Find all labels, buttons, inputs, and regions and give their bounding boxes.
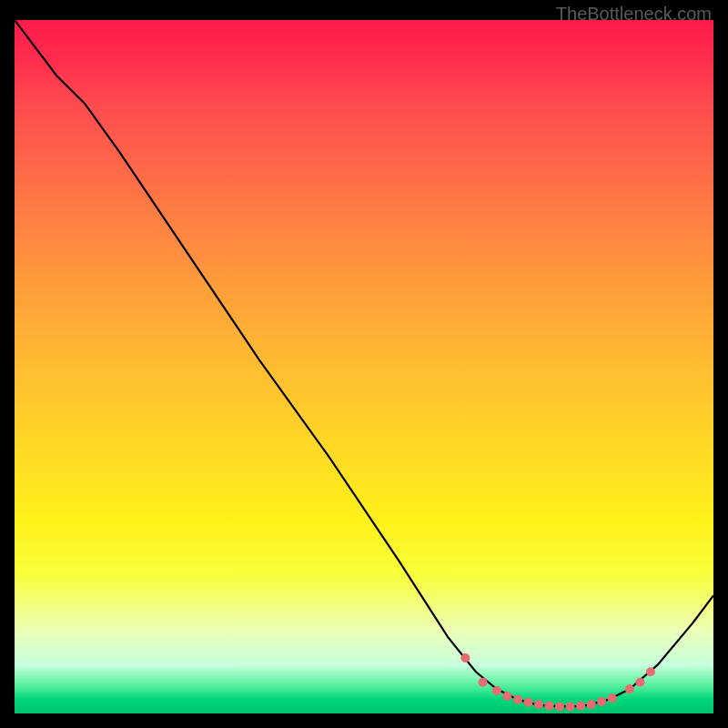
valley-marker-dot xyxy=(545,702,554,711)
valley-marker-dot xyxy=(576,702,585,711)
valley-marker-dot xyxy=(534,700,543,709)
chart-svg xyxy=(15,20,713,713)
valley-marker-dot xyxy=(597,697,606,706)
valley-marker-dot xyxy=(513,695,522,704)
valley-marker-dot xyxy=(479,678,488,687)
watermark-text: TheBottleneck.com xyxy=(556,4,712,25)
valley-marker-dot xyxy=(524,698,533,707)
valley-marker-dot xyxy=(625,684,634,693)
valley-marker-dot xyxy=(502,692,511,701)
valley-marker-dot xyxy=(566,702,575,711)
valley-marker-dot xyxy=(646,667,655,676)
valley-marker-dot xyxy=(608,693,617,703)
chart-plot-area xyxy=(15,20,713,713)
valley-marker-dot xyxy=(587,700,596,709)
valley-marker-dot xyxy=(555,702,564,711)
valley-marker-dot xyxy=(460,653,470,662)
valley-marker-dot xyxy=(492,686,501,695)
valley-marker-dot xyxy=(635,678,644,687)
bottleneck-curve-line xyxy=(15,20,713,706)
